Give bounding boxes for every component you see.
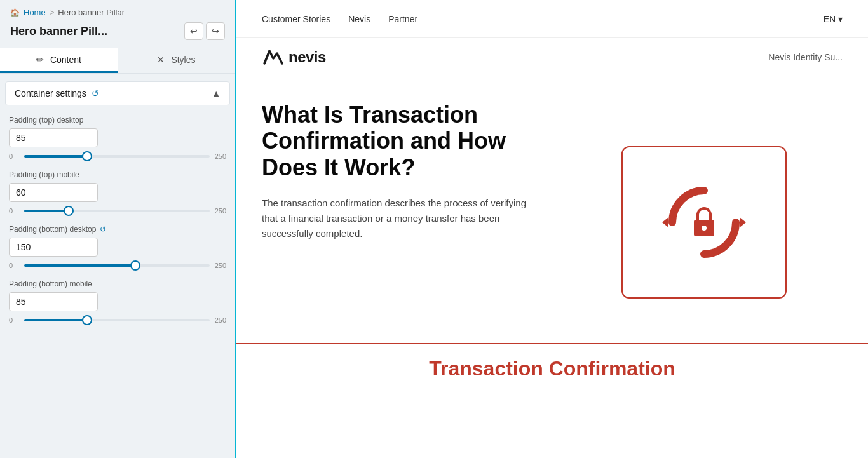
- section-chevron-icon[interactable]: ▲: [212, 88, 220, 98]
- preview-nav-links: Customer Stories Nevis Partner: [262, 14, 417, 24]
- padding-top-mobile-group: Padding (top) mobile 0 250: [0, 165, 235, 220]
- hero-image-area: [565, 102, 843, 343]
- breadcrumb-home[interactable]: Home: [24, 8, 46, 17]
- slider-fill-0: [24, 155, 87, 158]
- padding-bottom-mobile-slider-row: 0 250: [9, 316, 226, 324]
- padding-top-desktop-group: Padding (top) desktop 0 250: [0, 111, 235, 165]
- tab-styles[interactable]: ✕ Styles: [118, 48, 235, 73]
- padding-top-mobile-slider-row: 0 250: [9, 207, 226, 215]
- padding-top-desktop-slider[interactable]: [24, 155, 210, 158]
- svg-marker-1: [740, 217, 746, 227]
- padding-top-desktop-slider-row: 0 250: [9, 152, 226, 160]
- padding-bottom-desktop-slider-row: 0 250: [9, 262, 226, 269]
- nevis-logo-text: nevis: [288, 48, 326, 66]
- slider-max-0: 250: [215, 152, 226, 160]
- padding-top-desktop-input[interactable]: [9, 128, 98, 147]
- hero-image-box: [621, 146, 787, 299]
- tab-content[interactable]: ✏ Content: [0, 48, 118, 73]
- panel-title: Hero banner Pill...: [10, 25, 107, 38]
- slider-thumb-0[interactable]: [82, 151, 92, 161]
- padding-bottom-sync-icon[interactable]: ↺: [100, 225, 106, 234]
- padding-top-mobile-slider[interactable]: [24, 210, 210, 212]
- nevis-logo: nevis: [262, 48, 326, 66]
- breadcrumb: 🏠 Home > Hero banner Pillar: [10, 8, 225, 17]
- preview-nav: Customer Stories Nevis Partner EN ▾: [236, 0, 868, 38]
- section-header-left: Container settings ↺: [15, 88, 99, 98]
- preview-logo-right-text: Nevis Identity Su...: [768, 52, 843, 62]
- undo-redo-group: ↩ ↪: [184, 22, 225, 40]
- section-refresh-icon[interactable]: ↺: [92, 88, 99, 98]
- nav-link-nevis[interactable]: Nevis: [348, 14, 370, 24]
- styles-tab-icon: ✕: [157, 55, 165, 65]
- padding-top-desktop-label: Padding (top) desktop: [9, 116, 226, 125]
- slider-fill-3: [24, 319, 87, 321]
- transaction-icon-svg: [653, 172, 755, 273]
- content-tab-label: Content: [50, 55, 81, 65]
- hero-description: The transaction confirmation describes t…: [262, 196, 539, 241]
- panel-content: Container settings ↺ ▲ Padding (top) des…: [0, 74, 235, 458]
- padding-bottom-mobile-group: Padding (bottom) mobile 0 250: [0, 274, 235, 329]
- slider-min-1: 0: [9, 207, 19, 215]
- container-settings-label: Container settings: [15, 88, 86, 98]
- slider-thumb-2[interactable]: [130, 260, 140, 271]
- svg-marker-0: [662, 217, 668, 227]
- panel-title-row: Hero banner Pill... ↩ ↪: [10, 22, 225, 40]
- preview-logo-bar: nevis Nevis Identity Su...: [236, 38, 868, 76]
- panel-tabs: ✏ Content ✕ Styles: [0, 48, 235, 74]
- padding-bottom-mobile-input[interactable]: [9, 292, 98, 311]
- transaction-confirmation-title: Transaction Confirmation: [262, 357, 843, 381]
- container-settings-section[interactable]: Container settings ↺ ▲: [5, 81, 230, 105]
- svg-point-3: [702, 226, 707, 231]
- slider-thumb-3[interactable]: [82, 315, 92, 325]
- content-tab-icon: ✏: [36, 55, 44, 65]
- slider-fill-2: [24, 264, 135, 267]
- left-panel: 🏠 Home > Hero banner Pillar Hero banner …: [0, 0, 235, 458]
- breadcrumb-separator: >: [50, 8, 55, 17]
- preview-lang-selector[interactable]: EN ▾: [824, 14, 843, 24]
- slider-max-3: 250: [215, 316, 226, 324]
- main-layout: 🏠 Home > Hero banner Pillar Hero banner …: [0, 0, 868, 458]
- preview-bottom-section: Transaction Confirmation: [236, 343, 868, 393]
- slider-min-2: 0: [9, 262, 19, 269]
- redo-button[interactable]: ↪: [206, 22, 225, 40]
- home-icon: 🏠: [10, 8, 20, 17]
- nav-link-customer-stories[interactable]: Customer Stories: [262, 14, 330, 24]
- preview-area-wrapper: Customer Stories Nevis Partner EN ▾ nevi…: [235, 0, 868, 458]
- padding-bottom-desktop-slider[interactable]: [24, 264, 210, 267]
- slider-max-1: 250: [215, 207, 226, 215]
- padding-bottom-desktop-group: Padding (bottom) desktop ↺ 0 250: [0, 220, 235, 274]
- slider-max-2: 250: [215, 262, 226, 269]
- panel-header: 🏠 Home > Hero banner Pillar Hero banner …: [0, 0, 235, 48]
- hero-title: What Is Transaction Confirmation and How…: [262, 102, 539, 180]
- slider-min-0: 0: [9, 152, 19, 160]
- preview-hero: What Is Transaction Confirmation and How…: [236, 76, 868, 343]
- styles-tab-label: Styles: [171, 55, 195, 65]
- padding-bottom-mobile-slider[interactable]: [24, 319, 210, 321]
- slider-min-3: 0: [9, 316, 19, 324]
- breadcrumb-current: Hero banner Pillar: [58, 8, 125, 17]
- nevis-logo-mark-svg: [262, 48, 285, 66]
- slider-fill-1: [24, 210, 69, 212]
- preview-area: Customer Stories Nevis Partner EN ▾ nevi…: [236, 0, 868, 458]
- hero-text-area: What Is Transaction Confirmation and How…: [262, 102, 565, 343]
- padding-bottom-desktop-input[interactable]: [9, 238, 98, 257]
- nav-link-partner[interactable]: Partner: [388, 14, 417, 24]
- padding-bottom-desktop-label: Padding (bottom) desktop ↺: [9, 225, 226, 234]
- slider-thumb-1[interactable]: [64, 206, 74, 216]
- padding-top-mobile-label: Padding (top) mobile: [9, 170, 226, 179]
- padding-top-mobile-input[interactable]: [9, 183, 98, 202]
- undo-button[interactable]: ↩: [184, 22, 203, 40]
- padding-bottom-mobile-label: Padding (bottom) mobile: [9, 280, 226, 288]
- lang-chevron-icon: ▾: [838, 14, 843, 24]
